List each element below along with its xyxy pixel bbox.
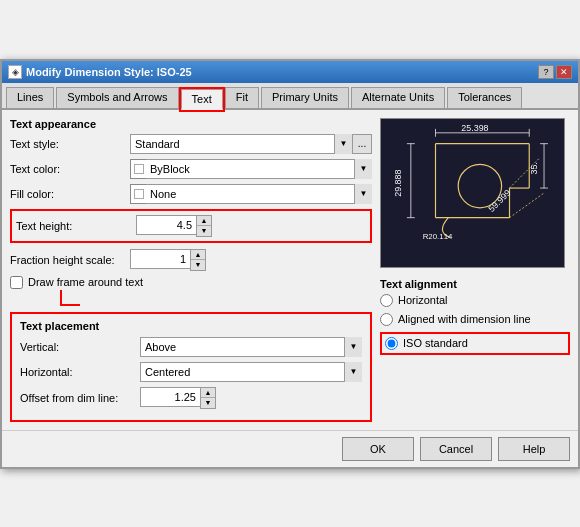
iso-radio[interactable] [385,337,398,350]
offset-spinner: 1.25 ▲ ▼ [140,387,216,409]
help-title-button[interactable]: ? [538,65,554,79]
iso-alignment-highlighted: ISO standard [380,332,570,355]
offset-spinner-buttons: ▲ ▼ [200,387,216,409]
svg-text:R20.114: R20.114 [423,232,453,241]
title-bar: ◈ Modify Dimension Style: ISO-25 ? ✕ [2,61,578,83]
text-color-label: Text color: [10,163,130,175]
offset-up-button[interactable]: ▲ [201,388,215,398]
close-button[interactable]: ✕ [556,65,572,79]
fill-color-select-wrapper: None ▼ [130,184,372,204]
horizontal-row: Horizontal: Centered ▼ [20,362,362,382]
text-alignment-section: Text alignment Horizontal Aligned with d… [380,278,570,355]
text-style-row: Text style: Standard ▼ ... [10,134,372,154]
tab-primary[interactable]: Primary Units [261,87,349,108]
iso-alignment-label: ISO standard [403,337,468,349]
horizontal-select-wrapper: Centered ▼ [140,362,362,382]
offset-down-button[interactable]: ▼ [201,398,215,408]
svg-text:35.: 35. [529,162,539,174]
text-style-combo: Standard ▼ ... [130,134,372,154]
vertical-label: Vertical: [20,341,140,353]
text-height-spinner: 4.5 ▲ ▼ [136,215,212,237]
vertical-select[interactable]: Above [140,337,362,357]
text-color-select[interactable]: ByBlock [146,159,372,179]
text-placement-label: Text placement [20,320,362,332]
window-icon: ◈ [8,65,22,79]
right-panel: 25.398 29.888 35. 59.999 R20.114 [380,118,570,422]
text-height-up-button[interactable]: ▲ [197,216,211,226]
fraction-height-label: Fraction height scale: [10,254,130,266]
text-style-browse-button[interactable]: ... [352,134,372,154]
fraction-height-up-button[interactable]: ▲ [191,250,205,260]
content-area: Text appearance Text style: Standard ▼ .… [2,110,578,430]
horizontal-radio[interactable] [380,294,393,307]
fraction-height-spinner-buttons: ▲ ▼ [190,249,206,271]
fill-color-label: Fill color: [10,188,130,200]
text-height-label: Text height: [16,220,136,232]
vertical-row: Vertical: Above ▼ [20,337,362,357]
text-alignment-label: Text alignment [380,278,570,290]
tab-tolerances[interactable]: Tolerances [447,87,522,108]
window-title: Modify Dimension Style: ISO-25 [26,66,192,78]
svg-text:29.888: 29.888 [393,169,403,196]
fraction-height-spinner: 1 ▲ ▼ [130,249,206,271]
text-style-label: Text style: [10,138,130,150]
help-button[interactable]: Help [498,437,570,461]
aligned-alignment-row: Aligned with dimension line [380,313,570,326]
offset-label: Offset from dim line: [20,392,140,404]
preview-box: 25.398 29.888 35. 59.999 R20.114 [380,118,565,268]
ok-button[interactable]: OK [342,437,414,461]
fraction-height-down-button[interactable]: ▼ [191,260,205,270]
text-height-row: Text height: 4.5 ▲ ▼ [16,215,366,237]
horizontal-select[interactable]: Centered [140,362,362,382]
text-height-highlighted: Text height: 4.5 ▲ ▼ [10,209,372,243]
text-height-input[interactable]: 4.5 [136,215,196,235]
draw-frame-checkbox[interactable] [10,276,23,289]
tab-fit[interactable]: Fit [225,87,259,108]
offset-row: Offset from dim line: 1.25 ▲ ▼ [20,387,362,409]
svg-text:25.398: 25.398 [461,122,488,132]
main-window: ◈ Modify Dimension Style: ISO-25 ? ✕ Lin… [0,59,580,469]
iso-alignment-row: ISO standard [385,337,565,350]
left-panel: Text appearance Text style: Standard ▼ .… [10,118,372,422]
bottom-bar: OK Cancel Help [2,430,578,467]
aligned-alignment-label: Aligned with dimension line [398,313,531,325]
text-appearance-label: Text appearance [10,118,372,130]
horizontal-alignment-row: Horizontal [380,294,570,307]
vertical-select-wrapper: Above ▼ [140,337,362,357]
text-color-select-wrapper: ByBlock ▼ [130,159,372,179]
tab-text[interactable]: Text [181,89,223,110]
title-buttons: ? ✕ [538,65,572,79]
horizontal-alignment-label: Horizontal [398,294,448,306]
tab-lines[interactable]: Lines [6,87,54,108]
aligned-radio[interactable] [380,313,393,326]
fraction-height-input[interactable]: 1 [130,249,190,269]
text-color-row: Text color: ByBlock ▼ [10,159,372,179]
tab-symbols[interactable]: Symbols and Arrows [56,87,178,108]
draw-frame-row: Draw frame around text [10,276,372,289]
text-style-select[interactable]: Standard [130,134,352,154]
cancel-button[interactable]: Cancel [420,437,492,461]
tab-alternate[interactable]: Alternate Units [351,87,445,108]
text-placement-group: Text placement Vertical: Above ▼ Horizon… [10,312,372,422]
offset-input[interactable]: 1.25 [140,387,200,407]
svg-rect-0 [381,119,564,267]
fill-color-select[interactable]: None [146,184,372,204]
text-height-spinner-buttons: ▲ ▼ [196,215,212,237]
horizontal-label: Horizontal: [20,366,140,378]
tab-bar: Lines Symbols and Arrows Text Fit Primar… [2,83,578,110]
text-height-down-button[interactable]: ▼ [197,226,211,236]
fraction-height-row: Fraction height scale: 1 ▲ ▼ [10,249,372,271]
fill-color-row: Fill color: None ▼ [10,184,372,204]
draw-frame-label: Draw frame around text [28,276,143,288]
title-bar-left: ◈ Modify Dimension Style: ISO-25 [8,65,192,79]
